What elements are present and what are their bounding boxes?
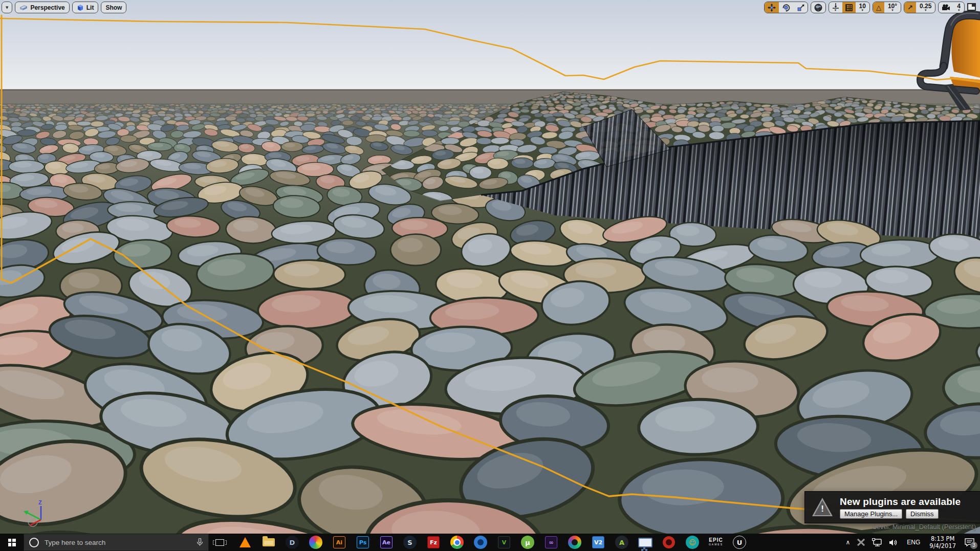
taskbar-app-adobe-photoshop[interactable]: Ps <box>351 534 375 551</box>
steam-icon: S <box>403 536 417 549</box>
taskbar-app-adobe-after-effects[interactable]: Ae <box>375 534 398 551</box>
taskbar-app-red-utility[interactable] <box>657 534 681 551</box>
taskbar-app-remote-desktop[interactable] <box>634 534 657 551</box>
taskbar-app-blue-browser[interactable] <box>469 534 492 551</box>
taskbar-app-visual-studio[interactable]: ∞ <box>539 534 563 551</box>
camera-speed-button[interactable] <box>939 2 953 13</box>
taskbar-app-file-explorer[interactable] <box>257 534 280 551</box>
start-button[interactable] <box>0 534 24 551</box>
perspective-icon <box>19 5 28 11</box>
grid-snap-toggle[interactable] <box>842 2 856 13</box>
taskbar-app-android-studio[interactable]: A <box>610 534 634 551</box>
viewport-options-dropdown[interactable]: ▼ <box>2 2 12 13</box>
taskbar-app-paint-balloon-app[interactable] <box>304 534 328 551</box>
taskbar-app-vlc-media-player[interactable] <box>233 534 257 551</box>
manage-plugins-button[interactable]: Manage Plugins... <box>840 509 902 519</box>
task-view-icon <box>215 539 224 546</box>
action-center-button[interactable]: 3 <box>961 534 980 551</box>
rotation-snap-size[interactable]: 10° ▾ <box>884 2 901 13</box>
level-editor-render[interactable]: Z <box>0 0 980 534</box>
epic-games-launcher-icon: EPICGAMES <box>709 538 723 546</box>
taskbar-app-utorrent[interactable]: µ <box>516 534 539 551</box>
scale-tool-button[interactable] <box>793 2 808 13</box>
camera-speed-value-cell[interactable]: 4 ▾ <box>953 2 964 13</box>
time-label: 8:13 PM <box>931 535 954 542</box>
show-hidden-icons-button[interactable]: ∧ <box>842 534 854 551</box>
taskbar-app-v-app[interactable]: V <box>492 534 516 551</box>
maximize-viewport-button[interactable] <box>967 3 976 11</box>
windows-taskbar: DAiPsAeSFzVµ∞V2A☺EPICGAMESU ∧ ENG 8:13 P… <box>0 534 980 551</box>
scale-icon <box>796 4 804 12</box>
vlc-media-player-icon <box>239 537 251 547</box>
chevron-down-icon: ▾ <box>925 9 927 12</box>
viewport-3d-scene[interactable]: Z ▼ Perspective Lit Show <box>0 0 980 534</box>
grid-snap-group: ▾ 10 ▾ <box>829 2 870 13</box>
pinned-apps: DAiPsAeSFzVµ∞V2A☺EPICGAMESU <box>233 534 751 551</box>
rotation-snap-group: △ 10° ▾ <box>873 2 901 13</box>
lit-label: Lit <box>86 4 94 11</box>
taskbar-app-v2-notes[interactable]: V2 <box>586 534 610 551</box>
taskbar-app-teal-smiley-app[interactable]: ☺ <box>681 534 704 551</box>
microphone-icon[interactable] <box>197 538 203 546</box>
rotate-icon <box>782 4 790 12</box>
rotation-snap-value: 10° <box>888 4 897 9</box>
show-flags-button[interactable]: Show <box>101 2 126 13</box>
unreal-engine-icon: U <box>733 536 746 549</box>
camera-speed-group: 4 ▾ <box>938 2 965 13</box>
taskbar-search-box[interactable] <box>24 534 209 551</box>
grid-snap-size[interactable]: 10 ▾ <box>856 2 869 13</box>
utorrent-icon: µ <box>521 536 534 549</box>
dismiss-button[interactable]: Dismiss <box>906 509 939 519</box>
chevron-down-icon: ▾ <box>958 9 960 12</box>
svg-text:Z: Z <box>38 499 42 505</box>
lit-cube-icon <box>77 4 84 11</box>
color-pentagon-app-icon <box>568 536 581 549</box>
rotation-snap-toggle[interactable]: △ <box>873 2 884 13</box>
viewport-toolbar-left: ▼ Perspective Lit Show <box>2 2 126 13</box>
warning-triangle-icon: ! <box>811 497 834 518</box>
date-label: 9/4/2017 <box>929 542 956 549</box>
camera-speed-value: 4 <box>957 4 961 9</box>
x-app-tray-icon[interactable] <box>854 534 868 551</box>
lit-mode-button[interactable]: Lit <box>72 2 99 13</box>
world-space-button[interactable] <box>811 2 825 13</box>
camera-icon <box>942 4 950 11</box>
taskbar-app-epic-games-launcher[interactable]: EPICGAMES <box>704 534 728 551</box>
world-local-group <box>811 2 826 13</box>
move-tool-button[interactable] <box>765 2 779 13</box>
v2-notes-icon: V2 <box>592 536 604 548</box>
search-input[interactable] <box>43 538 192 547</box>
teal-smiley-app-icon: ☺ <box>686 536 699 549</box>
taskbar-app-color-pentagon-app[interactable] <box>563 534 586 551</box>
language-indicator[interactable]: ENG <box>902 534 925 551</box>
perspective-label: Perspective <box>30 4 64 11</box>
perspective-button[interactable]: Perspective <box>15 2 69 13</box>
speaker-icon <box>889 539 899 546</box>
volume-tray-button[interactable] <box>886 534 902 551</box>
scale-snap-toggle[interactable]: ↗ <box>904 2 916 13</box>
taskbar-app-daemon-tools[interactable]: D <box>280 534 304 551</box>
rotate-tool-button[interactable] <box>779 2 793 13</box>
scale-snap-icon: ↗ <box>907 4 913 11</box>
task-view-button[interactable] <box>209 534 230 551</box>
adobe-photoshop-icon: Ps <box>357 536 369 548</box>
taskbar-app-filezilla[interactable]: Fz <box>422 534 445 551</box>
red-utility-icon <box>663 536 675 548</box>
surface-snap-button[interactable]: ▾ <box>829 2 842 13</box>
filezilla-icon: Fz <box>427 536 440 548</box>
taskbar-app-adobe-illustrator[interactable]: Ai <box>328 534 351 551</box>
chevron-down-icon: ▾ <box>861 9 863 12</box>
network-tray-button[interactable] <box>868 534 886 551</box>
taskbar-app-google-chrome[interactable] <box>445 534 469 551</box>
x-icon <box>857 539 865 546</box>
scale-snap-value: 0.25 <box>920 4 931 9</box>
grid-snap-value: 10 <box>859 4 866 9</box>
system-tray: ∧ ENG 8:13 PM 9/4/2017 3 <box>842 534 980 551</box>
level-name-label: Level: Minimal_Default (Persistent) <box>873 523 976 531</box>
scale-snap-size[interactable]: 0.25 ▾ <box>916 2 935 13</box>
taskbar-app-unreal-engine[interactable]: U <box>728 534 751 551</box>
notification-title: New plugins are available <box>840 496 961 507</box>
clock[interactable]: 8:13 PM 9/4/2017 <box>925 534 961 551</box>
remote-desktop-icon <box>638 538 652 547</box>
taskbar-app-steam[interactable]: S <box>398 534 422 551</box>
